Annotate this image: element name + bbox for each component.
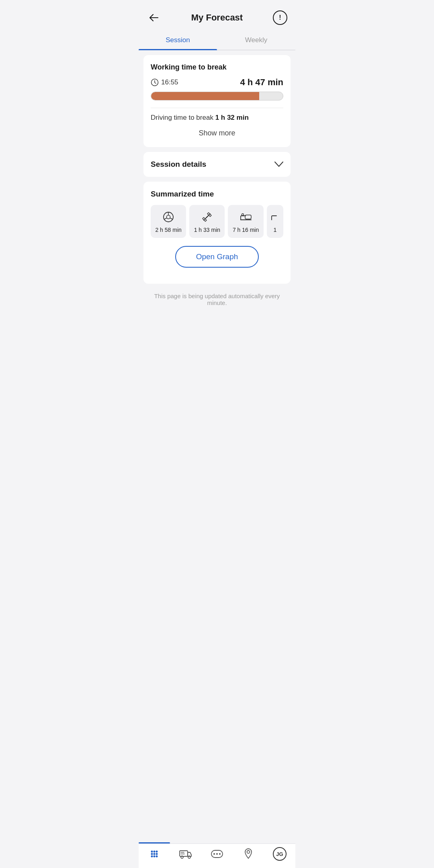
session-details-card: Session details xyxy=(143,152,291,177)
working-time-card: Working time to break 16:55 4 h 47 min D… xyxy=(143,55,291,147)
summarized-time-card: Summarized time 2 h 58 min xyxy=(143,182,291,284)
progress-bar-fill xyxy=(151,92,259,100)
tab-session[interactable]: Session xyxy=(139,31,217,50)
tile-work-value: 1 h 33 min xyxy=(194,227,220,233)
work-tools-icon xyxy=(201,211,213,223)
open-graph-container: Open Graph xyxy=(151,246,283,268)
clock-time: 16:55 xyxy=(151,78,178,86)
auto-update-notice: This page is being updated automatically… xyxy=(139,289,295,318)
open-graph-button[interactable]: Open Graph xyxy=(175,246,259,268)
tile-partial: 1 xyxy=(267,205,283,238)
page-title: My Forecast xyxy=(191,12,243,23)
time-duration: 4 h 47 min xyxy=(240,77,283,88)
tile-rest-value: 7 h 16 min xyxy=(233,227,259,233)
card-divider xyxy=(151,108,283,108)
steering-wheel-icon xyxy=(162,211,175,223)
rest-icon xyxy=(240,211,252,223)
header: My Forecast ! xyxy=(139,0,295,28)
progress-bar-container xyxy=(151,92,283,100)
tab-active-indicator xyxy=(139,49,217,50)
clock-icon xyxy=(151,78,159,86)
time-tiles: 2 h 58 min 1 h 33 min xyxy=(151,205,283,238)
working-time-title: Working time to break xyxy=(151,63,283,72)
tile-driving: 2 h 58 min xyxy=(151,205,186,238)
time-info-row: 16:55 4 h 47 min xyxy=(151,77,283,88)
svg-rect-3 xyxy=(245,215,251,219)
session-details-title: Session details xyxy=(151,160,206,169)
tabs-container: Session Weekly xyxy=(139,31,295,50)
svg-point-2 xyxy=(167,215,170,219)
tile-driving-value: 2 h 58 min xyxy=(155,227,181,233)
back-button[interactable] xyxy=(147,10,161,25)
session-details-toggle[interactable]: Session details xyxy=(151,160,283,169)
driving-time-label: Driving time to break xyxy=(151,114,215,121)
tile-partial-value: 1 xyxy=(273,227,276,233)
chevron-down-icon xyxy=(274,162,283,167)
svg-point-4 xyxy=(242,214,244,216)
content-area: Working time to break 16:55 4 h 47 min D… xyxy=(139,55,295,350)
driving-time-value: 1 h 32 min xyxy=(215,114,249,121)
tile-rest: 7 h 16 min xyxy=(228,205,263,238)
partial-icon xyxy=(268,211,281,223)
show-more-button[interactable]: Show more xyxy=(151,122,283,139)
tile-work: 1 h 33 min xyxy=(189,205,225,238)
driving-time-row: Driving time to break 1 h 32 min xyxy=(151,114,283,122)
info-button[interactable]: ! xyxy=(273,10,287,25)
summarized-title: Summarized time xyxy=(151,190,283,199)
tab-weekly[interactable]: Weekly xyxy=(217,31,295,50)
tabs-bar: Session Weekly xyxy=(139,31,295,50)
